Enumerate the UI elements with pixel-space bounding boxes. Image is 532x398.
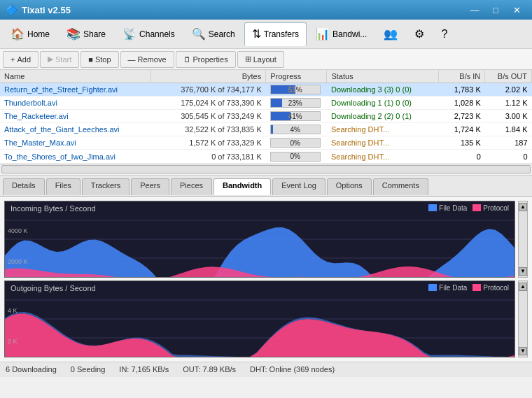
nav-settings-button[interactable]: ⚙ [407,22,432,46]
row-2-status: Downloading 2 (2) 0 (1) [327,110,438,123]
outgoing-scroll-down[interactable]: ▼ [519,347,527,355]
row-1-bsout: 1.12 K [485,97,532,110]
horizontal-scrollbar[interactable] [1,165,531,173]
outgoing-canvas [5,281,514,357]
close-button[interactable]: ✕ [507,2,526,17]
action-add-button[interactable]: +Add [3,51,38,68]
table-row[interactable]: To_the_Shores_of_Iwo_Jima.avi0 of 733,18… [0,150,532,163]
horizontal-scrollbar-area [0,164,532,176]
table-row[interactable]: Attack_of_the_Giant_Leeches.avi32,522 K … [0,123,532,136]
incoming-chart-scrollbar[interactable]: ▲ ▼ [518,201,528,278]
tab-details[interactable]: Details [3,178,45,195]
table-row[interactable]: Return_of_the_Street_Fighter.avi376,700 … [0,83,532,97]
incoming-chart-legend: File Data Protocol [428,204,509,212]
nav-share-label: Share [83,29,106,39]
table-header: Name Bytes Progress Status B/s IN B/s OU… [0,70,532,83]
tab-comments[interactable]: Comments [373,178,428,195]
table-row[interactable]: The_Racketeer.avi305,545 K of 733,249 K4… [0,110,532,123]
row-3-bsin: 1,724 K [438,123,485,136]
nav-bandwidth-button[interactable]: 📊Bandwi... [308,22,374,46]
outgoing-y-labels: 4 K 2 K [8,295,18,357]
outgoing-chart-scrollbar[interactable]: ▲ ▼ [518,280,528,357]
add-action-icon: + [10,55,15,64]
stop-action-icon: ■ [88,55,93,64]
incoming-file-legend: File Data [428,204,467,212]
tab-options[interactable]: Options [327,178,372,195]
app-icon: 🔷 [6,4,18,15]
row-5-name: To_the_Shores_of_Iwo_Jima.avi [0,150,151,163]
friends-icon: 👥 [384,27,398,41]
transfers-icon: ⇅ [252,27,261,41]
add-action-label: Add [17,55,31,64]
outgoing-file-dot [428,284,437,291]
action-remove-button[interactable]: —Remove [120,51,174,68]
col-header-progress[interactable]: Progress [266,70,327,83]
tab-files[interactable]: Files [46,178,80,195]
row-0-bsout: 2.02 K [485,83,532,97]
tabs-bar: DetailsFilesTrackersPeersPiecesBandwidth… [0,176,532,197]
layout-action-label: Layout [253,55,276,64]
row-1-bytes: 175,024 K of 733,390 K [151,97,266,110]
row-0-bytes: 376,700 K of 734,177 K [151,83,266,97]
channels-icon: 📡 [122,27,136,41]
nav-help-button[interactable]: ? [433,22,455,46]
action-layout-button[interactable]: ⊞Layout [237,51,284,68]
action-stop-button[interactable]: ■Stop [80,51,118,68]
nav-search-button[interactable]: 🔍Search [184,22,243,46]
incoming-proto-legend: Protocol [472,204,509,212]
row-3-bytes: 32,522 K of 733,835 K [151,123,266,136]
row-4-name: The_Master_Max.avi [0,136,151,150]
col-header-bytes[interactable]: Bytes [151,70,266,83]
col-header-bsout[interactable]: B/s OUT [485,70,532,83]
nav-channels-label: Channels [139,29,175,39]
outgoing-file-legend: File Data [428,284,467,292]
tab-bandwidth[interactable]: Bandwidth [214,178,271,195]
outgoing-chart-box: Outgoing Bytes / Second File Data Protoc… [4,280,515,357]
nav-bandwidth-label: Bandwi... [332,29,367,39]
row-1-bsin: 1,028 K [438,97,485,110]
col-header-name[interactable]: Name [0,70,151,83]
app-title: Tixati v2.55 [22,5,71,15]
outgoing-proto-label: Protocol [483,284,509,292]
nav-search-label: Search [209,29,235,39]
table-body: Return_of_the_Street_Fighter.avi376,700 … [0,83,532,164]
home-icon: 🏠 [10,27,24,41]
outgoing-scroll-up[interactable]: ▲ [519,283,527,291]
maximize-button[interactable]: □ [486,2,505,17]
search-icon: 🔍 [192,27,206,41]
nav-share-button[interactable]: 📚Share [59,22,113,46]
action-properties-button[interactable]: 🗒Properties [176,51,236,68]
incoming-scroll-up[interactable]: ▲ [519,203,527,211]
row-2-bsin: 2,723 K [438,110,485,123]
incoming-chart-wrapper: Incoming Bytes / Second File Data Protoc… [4,201,528,278]
row-4-bsin: 135 K [438,136,485,150]
incoming-chart-title: Incoming Bytes / Second [10,204,96,213]
col-header-bsin[interactable]: B/s IN [438,70,485,83]
incoming-file-label: File Data [439,204,467,212]
properties-action-label: Properties [193,55,228,64]
table-row[interactable]: The_Master_Max.avi1,572 K of 733,329 K0%… [0,136,532,150]
row-5-status: Searching DHT... [327,150,438,163]
help-icon: ? [441,28,447,41]
tab-pieces[interactable]: Pieces [171,178,212,195]
charts-area: Incoming Bytes / Second File Data Protoc… [0,197,532,362]
statusbar: 6 Downloading 0 Seeding IN: 7,165 KB/s O… [0,362,532,377]
row-3-bsout: 1.84 K [485,123,532,136]
tab-trackers[interactable]: Trackers [82,178,130,195]
row-5-bytes: 0 of 733,181 K [151,150,266,163]
incoming-scroll-down[interactable]: ▼ [519,267,527,276]
incoming-file-dot [428,204,437,211]
row-0-name: Return_of_the_Street_Fighter.avi [0,83,151,97]
nav-friends-button[interactable]: 👥 [376,22,405,46]
nav-transfers-button[interactable]: ⇅Transfers [244,22,307,46]
table-row[interactable]: Thunderbolt.avi175,024 K of 733,390 K23%… [0,97,532,110]
col-header-status[interactable]: Status [327,70,438,83]
row-5-bsin: 0 [438,150,485,163]
tab-eventlog[interactable]: Event Log [272,178,326,195]
minimize-button[interactable]: — [465,2,484,17]
nav-home-button[interactable]: 🏠Home [3,22,57,46]
bandwidth-icon: 📊 [316,27,330,41]
outgoing-chart-wrapper: Outgoing Bytes / Second File Data Protoc… [4,280,528,357]
tab-peers[interactable]: Peers [131,178,169,195]
nav-channels-button[interactable]: 📡Channels [115,22,183,46]
